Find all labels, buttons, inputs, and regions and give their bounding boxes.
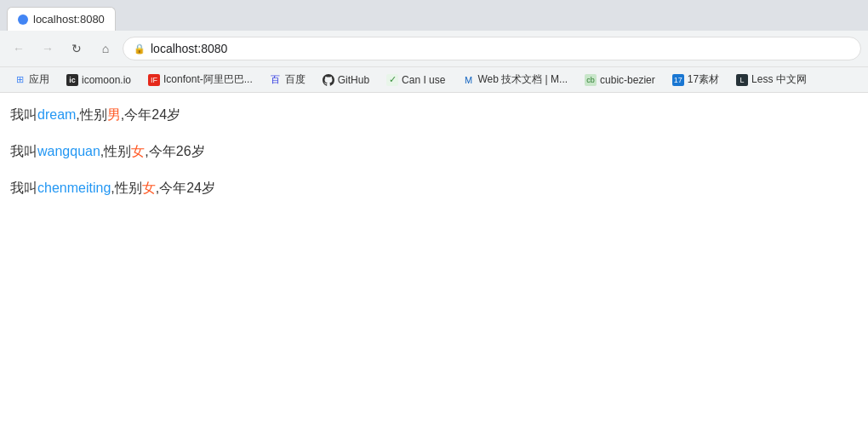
home-icon: ⌂ — [102, 42, 109, 55]
bookmark-17-label: 17素材 — [688, 72, 719, 87]
bookmark-less-label: Less 中文网 — [751, 72, 807, 87]
bookmark-icomoon-label: icomoon.io — [82, 74, 131, 86]
line2-mid: ,性别 — [100, 144, 131, 158]
bookmark-apps[interactable]: ⊞ 应用 — [7, 71, 56, 89]
baidu-icon: 百 — [270, 74, 282, 86]
line1-end: ,今年24岁 — [121, 107, 180, 122]
iconfont-icon: IF — [148, 74, 160, 86]
bookmark-web-label: Web 技术文档 | M... — [477, 72, 568, 87]
bookmark-github-label: GitHub — [338, 74, 369, 86]
line3-end: ,今年24岁 — [156, 181, 215, 195]
line2-end: ,今年26岁 — [145, 144, 204, 158]
github-icon — [323, 74, 334, 86]
bookmark-web[interactable]: M Web 技术文档 | M... — [455, 71, 574, 89]
bookmark-baidu-label: 百度 — [285, 72, 306, 87]
bookmark-iconfont-label: Iconfont-阿里巴巴... — [163, 72, 253, 87]
bookmark-less[interactable]: L Less 中文网 — [729, 71, 814, 89]
tab-title: localhost:8080 — [33, 13, 105, 26]
bookmark-apps-label: 应用 — [29, 72, 49, 87]
line1-prefix: 我叫 — [10, 107, 37, 122]
address-bar[interactable]: 🔒 localhost:8080 — [123, 37, 861, 60]
cubic-icon: cb — [585, 74, 597, 86]
reload-button[interactable]: ↻ — [65, 37, 89, 60]
bookmark-cubic[interactable]: cb cubic-bezier — [578, 72, 662, 88]
bookmark-iconfont[interactable]: IF Iconfont-阿里巴巴... — [141, 71, 260, 89]
less-icon: L — [736, 74, 748, 86]
reload-icon: ↻ — [71, 42, 82, 55]
active-tab[interactable]: localhost:8080 — [7, 7, 116, 31]
line1-mid: ,性别 — [76, 107, 106, 122]
nav-bar: ← → ↻ ⌂ 🔒 localhost:8080 — [0, 31, 868, 66]
line3-name: chenmeiting — [37, 181, 111, 195]
address-text: localhost:8080 — [151, 42, 227, 55]
line2-gender: 女 — [131, 144, 145, 158]
icomoon-icon: ic — [66, 74, 78, 86]
lock-icon: 🔒 — [134, 43, 146, 55]
back-button[interactable]: ← — [7, 37, 31, 60]
content-line-3: 我叫chenmeiting,性别女,今年24岁 — [10, 180, 858, 198]
line1-name: dream — [37, 107, 76, 122]
line3-gender: 女 — [142, 181, 156, 195]
home-button[interactable]: ⌂ — [94, 37, 117, 60]
17-icon: 17 — [672, 74, 684, 86]
browser-chrome: localhost:8080 ← → ↻ ⌂ 🔒 localhost:8080 … — [0, 0, 868, 93]
forward-button[interactable]: → — [36, 37, 60, 60]
content-line-1: 我叫dream,性别男,今年24岁 — [10, 106, 858, 124]
line1-gender: 男 — [107, 107, 121, 122]
line2-name: wangquan — [37, 144, 100, 158]
bookmark-github[interactable]: GitHub — [316, 72, 376, 88]
bookmarks-bar: ⊞ 应用 ic icomoon.io IF Iconfont-阿里巴巴... 百… — [0, 66, 868, 92]
bookmark-icomoon[interactable]: ic icomoon.io — [60, 72, 138, 88]
page-content: 我叫dream,性别男,今年24岁 我叫wangquan,性别女,今年26岁 我… — [0, 93, 868, 442]
forward-icon: → — [42, 42, 54, 55]
caniuse-icon: ✓ — [386, 74, 398, 86]
apps-icon: ⊞ — [14, 74, 26, 86]
bookmark-baidu[interactable]: 百 百度 — [263, 71, 312, 89]
bookmark-caniuse[interactable]: ✓ Can I use — [380, 72, 452, 88]
line2-prefix: 我叫 — [10, 144, 37, 158]
bookmark-caniuse-label: Can I use — [402, 74, 445, 86]
back-icon: ← — [13, 42, 25, 55]
tab-bar: localhost:8080 — [0, 0, 868, 31]
bookmark-17[interactable]: 17 17素材 — [665, 71, 726, 89]
bookmark-cubic-label: cubic-bezier — [600, 74, 655, 86]
line3-mid: ,性别 — [111, 181, 141, 195]
content-line-2: 我叫wangquan,性别女,今年26岁 — [10, 143, 858, 161]
tab-favicon — [18, 14, 28, 25]
web-icon: M — [462, 74, 474, 86]
line3-prefix: 我叫 — [10, 181, 37, 195]
